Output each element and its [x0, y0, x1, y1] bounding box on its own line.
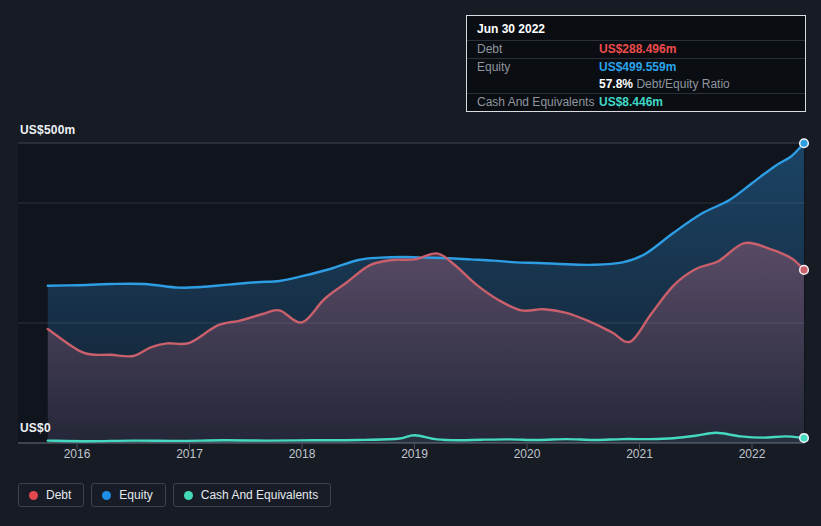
tooltip-ratio-value: 57.8%: [599, 77, 633, 91]
legend-debt-label: Debt: [46, 488, 71, 502]
tooltip-debt-row: Debt US$288.496m: [467, 40, 805, 58]
tooltip-cash-label: Cash And Equivalents: [477, 95, 599, 110]
x-axis-label: 2018: [289, 447, 316, 461]
legend-item-cash[interactable]: Cash And Equivalents: [173, 483, 331, 507]
tooltip-date: Jun 30 2022: [467, 16, 805, 40]
x-axis-label: 2022: [739, 447, 766, 461]
tooltip-ratio-label: Debt/Equity Ratio: [636, 77, 729, 91]
debt-equity-history-chart[interactable]: US$500m US$0 201620172018201920202021202…: [0, 0, 821, 526]
y-axis-zero-label: US$0: [20, 421, 51, 435]
tooltip-equity-row: Equity US$499.559m: [467, 58, 805, 76]
equity-dot-icon: [102, 491, 111, 500]
chart-legend: Debt Equity Cash And Equivalents: [18, 483, 331, 507]
x-axis-label: 2019: [401, 447, 428, 461]
chart-tooltip: Jun 30 2022 Debt US$288.496m Equity US$4…: [466, 15, 806, 112]
tooltip-ratio-row: 57.8% Debt/Equity Ratio: [467, 76, 805, 93]
cash-dot-icon: [184, 491, 193, 500]
tooltip-equity-value: US$499.559m: [599, 60, 676, 75]
x-axis-label: 2020: [514, 447, 541, 461]
x-axis-label: 2021: [626, 447, 653, 461]
x-axis-label: 2017: [176, 447, 203, 461]
tooltip-cash-value: US$8.446m: [599, 95, 663, 110]
debt-dot-icon: [29, 491, 38, 500]
legend-item-equity[interactable]: Equity: [91, 483, 165, 507]
tooltip-debt-value: US$288.496m: [599, 42, 676, 57]
legend-cash-label: Cash And Equivalents: [201, 488, 318, 502]
y-axis-max-label: US$500m: [20, 123, 75, 137]
x-axis-label: 2016: [64, 447, 91, 461]
legend-item-debt[interactable]: Debt: [18, 483, 84, 507]
legend-equity-label: Equity: [119, 488, 152, 502]
tooltip-debt-label: Debt: [477, 42, 599, 57]
tooltip-cash-row: Cash And Equivalents US$8.446m: [467, 93, 805, 111]
tooltip-equity-label: Equity: [477, 60, 599, 75]
